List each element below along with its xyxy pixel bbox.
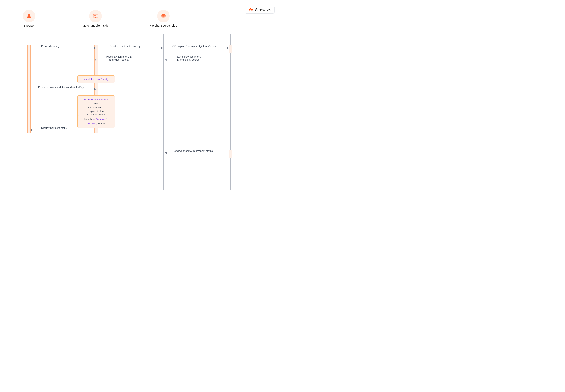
merchant-client-label: Merchant client side: [82, 24, 108, 27]
svg-rect-4: [28, 45, 30, 133]
shopper-label: Shopper: [24, 24, 35, 27]
shopper-icon-circle: [23, 10, 35, 22]
airwallex-logo-icon: [249, 8, 253, 12]
svg-marker-9: [94, 47, 96, 49]
func-create-element-text: createElement('card'): [84, 78, 108, 81]
msg-returns-payment-intent: Returns PaymentIntentID and client_secre…: [175, 55, 201, 61]
msg-proceeds-to-pay: Proceeds to pay: [41, 45, 60, 48]
msg-provides-payment: Provides payment details and clicks Pay: [38, 86, 84, 89]
svg-point-25: [28, 14, 30, 16]
msg-pass-payment-intent: Pass PaymentIntent IDand client_secret: [106, 55, 132, 61]
airwallex-logo-text: Airwallex: [255, 8, 270, 12]
msg-display-status: Display payment status: [41, 126, 67, 129]
svg-rect-6: [229, 45, 232, 53]
svg-marker-13: [227, 47, 229, 49]
svg-marker-21: [30, 129, 32, 131]
func-box-handle-events: Handle onSuccess(),onError() events: [77, 115, 115, 128]
merchant-server-label: Merchant server side: [150, 24, 177, 27]
arrows-svg: [0, 0, 282, 196]
actor-shopper: Shopper: [23, 10, 35, 27]
shopper-icon: [26, 13, 32, 19]
svg-marker-17: [164, 59, 166, 61]
actor-merchant-server: Merchant server side: [150, 10, 177, 27]
merchant-server-icon: [160, 13, 166, 19]
svg-marker-19: [94, 88, 96, 90]
merchant-client-icon-circle: [89, 10, 102, 22]
merchant-server-icon-circle: [157, 10, 170, 22]
svg-rect-7: [229, 150, 232, 158]
msg-send-amount: Send amount and currency: [110, 45, 140, 48]
merchant-client-icon: [92, 13, 99, 19]
msg-webhook: Send webhook with payment status: [173, 149, 213, 152]
svg-marker-11: [161, 47, 164, 49]
svg-marker-15: [94, 59, 96, 61]
func-confirm-text: confirmPaymentIntent(): [83, 98, 109, 101]
diagram-container: Shopper Merchant client side Merchant se…: [0, 0, 282, 196]
svg-marker-23: [164, 152, 166, 154]
func-box-create-element: createElement('card'): [77, 75, 115, 83]
msg-post-api: POST /api/v1/pa/payment_intents/create: [171, 45, 217, 48]
airwallex-logo: Airwallex: [245, 6, 275, 14]
actor-merchant-client: Merchant client side: [82, 10, 108, 27]
